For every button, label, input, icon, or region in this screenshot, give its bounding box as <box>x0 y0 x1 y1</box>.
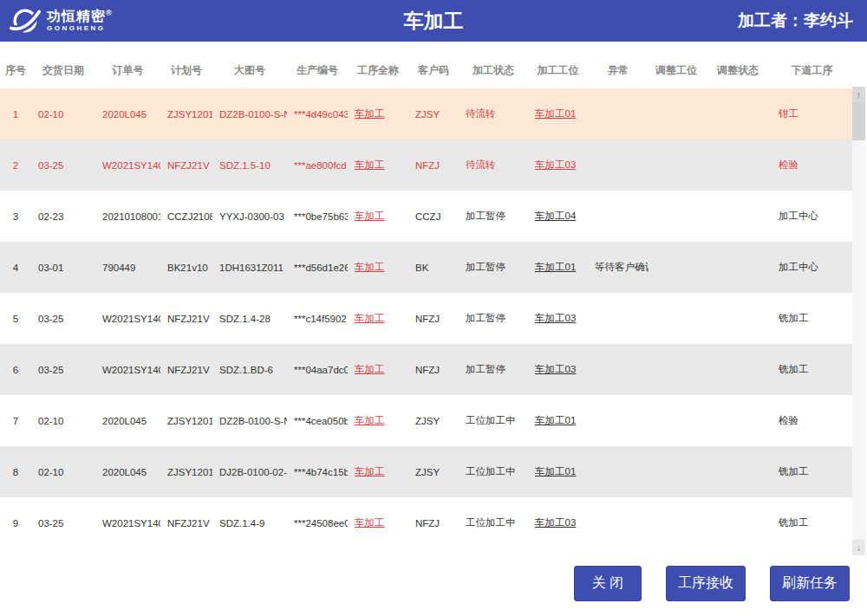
cell-2: 03-01 <box>31 263 95 273</box>
cell-7: 车加工 <box>348 159 408 172</box>
cell-7: 车加工 <box>348 363 408 376</box>
table-row[interactable]: 802-102020L045ZJSY1201DJ2B-0100-02-03***… <box>0 446 852 497</box>
cell-1: 7 <box>0 416 31 426</box>
cell-14: 钳工 <box>772 107 852 120</box>
cell-7: 车加工 <box>348 210 408 223</box>
column-header-6: 生产编号 <box>287 63 348 78</box>
cell-6: ***d56d1e26 <box>287 263 348 273</box>
table-row[interactable]: 102-102020L045ZJSY1201DZ2B-0100-S-N-***4… <box>0 88 852 139</box>
close-button[interactable]: 关 闭 <box>574 566 642 601</box>
cell-6: ***4d49c043 <box>287 109 348 120</box>
cell-1: 1 <box>0 109 31 120</box>
cell-10: 车加工01 <box>528 414 588 427</box>
table-row[interactable]: 302-2320210108001CCZJ2108YYXJ-0300-03***… <box>0 191 852 242</box>
column-header-8: 客户码 <box>408 63 459 78</box>
cell-8: ZJSY <box>408 416 459 426</box>
table-row[interactable]: 203-25W2021SY140NFZJ21VSDZ.1.5-10***ae80… <box>0 139 852 191</box>
task-table: 102-102020L045ZJSY1201DZ2B-0100-S-N-***4… <box>0 88 852 548</box>
table-scrollbar[interactable]: ↑ ↓ <box>852 87 865 555</box>
table-row[interactable]: 903-25W2021SY140NFZJ21VSDZ.1.4-9***24508… <box>0 497 852 548</box>
cell-2: 03-25 <box>31 160 95 171</box>
scroll-down-icon[interactable]: ↓ <box>852 540 865 555</box>
company-logo: 功恒精密® GONGHENG <box>9 4 113 37</box>
cell-4: CCZJ2108 <box>160 211 212 222</box>
cell-9: 工位加工中 <box>459 414 528 427</box>
cell-9: 加工暂停 <box>459 363 528 376</box>
cell-3: 20210108001 <box>95 211 160 222</box>
cell-8: NFZJ <box>408 160 459 171</box>
cell-3: W2021SY140 <box>95 518 160 528</box>
cell-2: 03-25 <box>31 518 95 528</box>
cell-7: 车加工 <box>348 465 408 478</box>
cell-9: 工位加工中 <box>459 465 528 478</box>
cell-10: 车加工01 <box>528 107 588 120</box>
cell-14: 加工中心 <box>772 261 852 274</box>
cell-1: 5 <box>0 314 31 324</box>
operator-label: 加工者：李约斗 <box>738 10 853 32</box>
scrollbar-thumb[interactable] <box>852 102 865 140</box>
column-header-3: 订单号 <box>95 63 160 78</box>
cell-7: 车加工 <box>348 107 408 120</box>
cell-8: BK <box>408 263 459 273</box>
table-row[interactable]: 702-102020L045ZJSY1201DZ2B-0100-S-N.1***… <box>0 395 852 446</box>
column-header-9: 加工状态 <box>459 63 528 78</box>
cell-1: 8 <box>0 467 31 477</box>
cell-6: ***c14f5902 <box>287 314 348 324</box>
brand-name-en: GONGHENG <box>47 25 113 32</box>
cell-10: 车加工03 <box>528 159 588 172</box>
cell-3: W2021SY140 <box>95 365 160 375</box>
cell-4: ZJSY1201 <box>160 467 212 477</box>
cell-10: 车加工03 <box>528 516 588 529</box>
page-title: 车加工 <box>0 8 867 35</box>
cell-5: SDZ.1.BD-6 <box>212 365 287 375</box>
cell-7: 车加工 <box>348 516 408 529</box>
cell-14: 检验 <box>772 159 852 172</box>
table-row[interactable]: 603-25W2021SY140NFZJ21VSDZ.1.BD-6***04aa… <box>0 344 852 395</box>
cell-1: 3 <box>0 211 31 222</box>
column-header-12: 调整工位 <box>649 63 704 78</box>
cell-6: ***4b74c15b <box>287 467 348 477</box>
cell-4: BK21v10 <box>160 263 212 273</box>
cell-10: 车加工03 <box>528 363 588 376</box>
cell-8: NFZJ <box>408 518 459 528</box>
cell-7: 车加工 <box>348 414 408 427</box>
column-header-10: 加工工位 <box>528 63 588 78</box>
table-row[interactable]: 503-25W2021SY140NFZJ21VSDZ.1.4-28***c14f… <box>0 293 852 344</box>
cell-14: 铣加工 <box>772 312 852 325</box>
cell-3: 790449 <box>95 263 160 273</box>
cell-5: YYXJ-0300-03 <box>212 211 287 222</box>
cell-1: 6 <box>0 365 31 375</box>
cell-3: W2021SY140 <box>95 160 160 171</box>
column-header-13: 调整状态 <box>704 63 772 78</box>
cell-3: 2020L045 <box>95 416 160 426</box>
cell-7: 车加工 <box>348 312 408 325</box>
column-header-14: 下道工序 <box>772 63 852 78</box>
footer-actions: 关 闭 工序接收 刷新任务 <box>574 566 850 601</box>
column-header-11: 异常 <box>588 63 649 78</box>
column-header-7: 工序全称 <box>348 63 408 78</box>
scroll-up-icon[interactable]: ↑ <box>852 87 865 102</box>
refresh-tasks-button[interactable]: 刷新任务 <box>770 566 850 601</box>
cell-3: W2021SY140 <box>95 314 160 324</box>
column-header-2: 交货日期 <box>31 63 95 78</box>
cell-5: DZ2B-0100-S-N.1 <box>212 416 287 426</box>
cell-9: 待流转 <box>459 159 528 172</box>
cell-7: 车加工 <box>348 261 408 274</box>
table-row[interactable]: 403-01790449BK21v101DH1631Z011***d56d1e2… <box>0 242 852 293</box>
cell-8: NFZJ <box>408 314 459 324</box>
cell-14: 铣加工 <box>772 465 852 478</box>
cell-5: DZ2B-0100-S-N- <box>212 109 287 120</box>
cell-8: CCZJ <box>408 211 459 222</box>
cell-4: NFZJ21V <box>160 314 212 324</box>
process-accept-button[interactable]: 工序接收 <box>666 566 746 601</box>
cell-6: ***ae800fcd <box>287 160 348 171</box>
cell-1: 2 <box>0 160 31 171</box>
cell-4: NFZJ21V <box>160 160 212 171</box>
cell-6: ***24508ee0 <box>287 518 348 528</box>
cell-11: 等待客户确认 <box>588 261 649 274</box>
cell-9: 加工暂停 <box>459 210 528 223</box>
cell-6: ***04aa7dc0 <box>287 365 348 375</box>
cell-2: 03-25 <box>31 314 95 324</box>
lathe-task-window: 功恒精密® GONGHENG 车加工 加工者：李约斗 序号交货日期订单号计划号大… <box>0 0 867 616</box>
cell-6: ***4cea050b <box>287 416 348 426</box>
